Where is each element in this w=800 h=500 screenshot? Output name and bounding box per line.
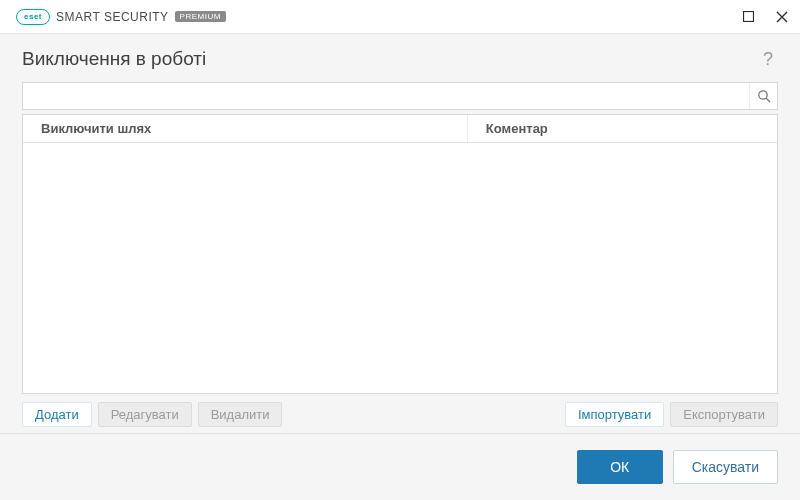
search-row [22, 82, 778, 110]
maximize-icon [743, 11, 754, 22]
table-header: Виключити шлях Коментар [23, 115, 777, 143]
svg-rect-0 [743, 12, 753, 22]
brand: eset SMART SECURITY PREMIUM [16, 9, 226, 25]
add-button[interactable]: Додати [22, 402, 92, 427]
search-icon [757, 89, 771, 103]
column-header-path[interactable]: Виключити шлях [23, 115, 468, 142]
content-area: Виключити шлях Коментар Додати Редагуват… [0, 82, 800, 433]
dialog-footer: ОК Скасувати [0, 433, 800, 500]
help-icon: ? [763, 49, 773, 70]
eset-logo: eset [16, 9, 50, 25]
table-body [23, 143, 777, 393]
dialog-header: Виключення в роботі ? [0, 34, 800, 82]
titlebar: eset SMART SECURITY PREMIUM [0, 0, 800, 34]
search-button[interactable] [749, 83, 777, 109]
page-title: Виключення в роботі [22, 48, 206, 70]
close-button[interactable] [774, 9, 790, 25]
exclusions-table: Виключити шлях Коментар [22, 114, 778, 394]
cancel-button[interactable]: Скасувати [673, 450, 778, 484]
window-controls [740, 9, 790, 25]
premium-badge: PREMIUM [175, 11, 226, 22]
svg-line-2 [766, 98, 770, 102]
help-button[interactable]: ? [758, 49, 778, 69]
import-button[interactable]: Імпортувати [565, 402, 664, 427]
column-header-comment[interactable]: Коментар [468, 115, 777, 142]
search-input[interactable] [23, 83, 749, 109]
table-actions: Додати Редагувати Видалити Імпортувати Е… [22, 394, 778, 433]
close-icon [776, 11, 788, 23]
svg-point-1 [758, 91, 766, 99]
maximize-button[interactable] [740, 9, 756, 25]
export-button: Експортувати [670, 402, 778, 427]
delete-button: Видалити [198, 402, 283, 427]
ok-button[interactable]: ОК [577, 450, 663, 484]
product-name: SMART SECURITY [56, 10, 169, 24]
edit-button: Редагувати [98, 402, 192, 427]
